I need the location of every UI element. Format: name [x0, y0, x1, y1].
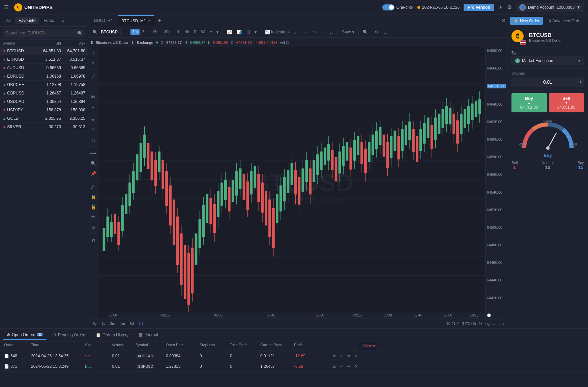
- templates-btn[interactable]: ⊞: [292, 29, 298, 35]
- tool-crosshair[interactable]: ✛: [90, 49, 97, 57]
- tool-measure[interactable]: ⟷: [90, 149, 97, 157]
- tool-zoom[interactable]: 🔍: [90, 160, 97, 167]
- zoom-in-btn[interactable]: 🔍+: [361, 29, 372, 35]
- save-btn[interactable]: Save ▾: [341, 29, 356, 35]
- oneclick-switch[interactable]: [382, 4, 394, 10]
- tool-pencil[interactable]: ✏: [90, 116, 97, 123]
- tp-5y[interactable]: 5y: [91, 321, 98, 326]
- menu-icon[interactable]: ☰: [4, 4, 9, 10]
- account-section[interactable]: 👤 Demo Account: 10000003 ▼: [516, 3, 584, 12]
- row1-close-btn[interactable]: ✕: [353, 353, 359, 359]
- toolbar-add-btn[interactable]: +: [123, 29, 128, 35]
- sidebar-row-eurusd[interactable]: ▼ EURUSD 1.06958 1.06978: [0, 72, 88, 81]
- tf-dropdown[interactable]: ▾: [215, 29, 220, 35]
- sidebar-tab-more[interactable]: »: [59, 17, 68, 24]
- sidebar-row-audusd[interactable]: ▼ AUDUSD 0.66539 0.66569: [0, 64, 88, 72]
- tab-journal[interactable]: 📓 Journal: [134, 331, 162, 339]
- tool-text[interactable]: T: [90, 126, 97, 134]
- close-all-charts-icon[interactable]: ✕: [501, 17, 506, 24]
- sidebar-row-usdjpy[interactable]: ▼ USDJPY 158.878 158.908: [0, 106, 88, 114]
- sidebar-row-silver[interactable]: ▼ SILVER 30.273 30.313: [0, 123, 88, 131]
- tool-shape[interactable]: ◎: [90, 136, 97, 144]
- tp-5d[interactable]: 5d: [128, 321, 136, 326]
- redo-btn[interactable]: ↪: [312, 29, 318, 35]
- tf-4h[interactable]: 4h: [183, 29, 191, 35]
- sidebar-row-gold[interactable]: ▲ GOLD 2,355.75 2,356.25: [0, 114, 88, 123]
- tf-1h[interactable]: 1h: [174, 29, 182, 35]
- chart-log-toggle[interactable]: log: [485, 322, 490, 326]
- tool-pen2[interactable]: 🖊: [90, 183, 97, 190]
- row2-close-btn[interactable]: ✕: [353, 363, 359, 369]
- indicators-btn[interactable]: 📉 Indicators: [264, 29, 290, 35]
- undo-btn[interactable]: ↩: [304, 29, 310, 35]
- advanced-order-tab[interactable]: ⊞ Advanced Order: [544, 17, 585, 25]
- tf-1m[interactable]: 1m: [130, 29, 140, 35]
- chart-type-line[interactable]: 📈: [226, 29, 233, 35]
- row2-edit-btn[interactable]: ✏: [346, 363, 352, 369]
- chart-auto-toggle[interactable]: auto: [492, 322, 499, 326]
- tf-15m[interactable]: 15m: [150, 29, 161, 35]
- sidebar-row-gbpchf[interactable]: ▲ GBPCHF 1.12708 1.12758: [0, 81, 88, 89]
- chart-type-bar[interactable]: |||: [245, 29, 251, 35]
- tf-30m[interactable]: 30m: [162, 29, 173, 35]
- tool-cursor[interactable]: ↖: [90, 59, 97, 67]
- sidebar-row-btcusd[interactable]: ▼ BTCUSD 64,651.80 64,701.80: [0, 47, 88, 55]
- pro-version-button[interactable]: Pro Version: [464, 4, 494, 11]
- chart-settings-btn[interactable]: ⚙: [374, 29, 380, 35]
- tp-1y[interactable]: 1y: [100, 321, 107, 326]
- tool-erase[interactable]: ⊘: [90, 223, 97, 231]
- tab-pending-orders[interactable]: ⏱ Pending Orders: [48, 331, 90, 339]
- tf-w[interactable]: W: [199, 29, 207, 35]
- chart-tab-btcusd[interactable]: BTCUSD, M1 ✕: [117, 15, 155, 26]
- tool-delete[interactable]: 🗑: [90, 237, 97, 244]
- chart-pct-toggle[interactable]: %: [479, 322, 482, 326]
- fullscreen-btn[interactable]: ⛶: [328, 29, 335, 35]
- tool-lock2[interactable]: 🔓: [90, 203, 97, 211]
- tool-lock[interactable]: 🔒: [90, 193, 97, 200]
- chart-type-dropdown[interactable]: ▾: [253, 29, 258, 35]
- chart-type-candle[interactable]: 📊: [235, 29, 243, 35]
- tp-1m[interactable]: 1m: [118, 321, 127, 326]
- row1-copy-btn[interactable]: ⧉: [331, 353, 337, 359]
- sidebar-tab-forex[interactable]: Forex: [40, 17, 57, 24]
- chart-tab-gold[interactable]: GOLD, H4: [90, 15, 117, 26]
- tool-eye[interactable]: 👁: [90, 213, 97, 221]
- add-chart-button[interactable]: +: [155, 18, 164, 24]
- row2-check-btn[interactable]: ✓: [339, 363, 345, 369]
- chart-fullscreen-btn[interactable]: ⛶: [382, 29, 389, 35]
- volume-minus-button[interactable]: −: [511, 77, 518, 87]
- row2-copy-btn[interactable]: ⧉: [331, 363, 337, 369]
- tool-pin[interactable]: 📌: [90, 170, 97, 177]
- volume-input[interactable]: [518, 77, 577, 87]
- sidebar-row-usdcad[interactable]: ▼ USDCAD 1.36854 1.36894: [0, 98, 88, 106]
- tf-5m[interactable]: 5m: [140, 29, 149, 35]
- tab-orders-history[interactable]: 📋 Orders History: [92, 331, 133, 339]
- row1-edit-btn[interactable]: ✏: [346, 353, 352, 359]
- sell-button[interactable]: Sell ▼ 64,651.80: [549, 93, 584, 112]
- close-all-button[interactable]: Close ▾: [360, 343, 378, 349]
- tool-trendline[interactable]: ╱: [90, 73, 97, 80]
- sidebar-tab-favourite[interactable]: Favourite: [15, 17, 39, 24]
- toolbar-symbol-search[interactable]: 🔍: [91, 29, 99, 35]
- sidebar-row-ethusd[interactable]: ▼ ETHUSD 3,511.37 3,515.37: [0, 55, 88, 64]
- sidebar-tab-all[interactable]: All: [3, 17, 14, 24]
- row1-check-btn[interactable]: ✓: [339, 353, 345, 359]
- execution-type-selector[interactable]: ● Market Execution ▾: [511, 56, 584, 65]
- tf-m[interactable]: M: [207, 29, 214, 35]
- tf-d[interactable]: D: [192, 29, 199, 35]
- theme-icon[interactable]: ☀: [498, 4, 503, 10]
- tool-multi[interactable]: ⋈: [90, 93, 97, 100]
- tool-channel[interactable]: ≡: [90, 103, 97, 110]
- new-order-tab[interactable]: ⚡ New Order: [510, 17, 543, 25]
- buy-button[interactable]: Buy ▲ 64,701.80: [511, 93, 547, 112]
- tp-3m[interactable]: 3m: [108, 321, 117, 326]
- oneclick-toggle[interactable]: One-click: [382, 4, 413, 10]
- tp-1d[interactable]: 1d: [137, 321, 144, 326]
- volume-plus-button[interactable]: +: [577, 77, 584, 87]
- tab-open-orders[interactable]: ⊕ Open Orders 2: [3, 330, 47, 340]
- settings-icon[interactable]: ⚙: [507, 4, 512, 10]
- sidebar-row-gbpusd[interactable]: ▲ GBPUSD 1.26457 1.26487: [0, 89, 88, 98]
- search-input[interactable]: [3, 29, 85, 37]
- tool-hline[interactable]: —: [90, 83, 97, 90]
- chart-expand-icon[interactable]: »: [502, 322, 504, 326]
